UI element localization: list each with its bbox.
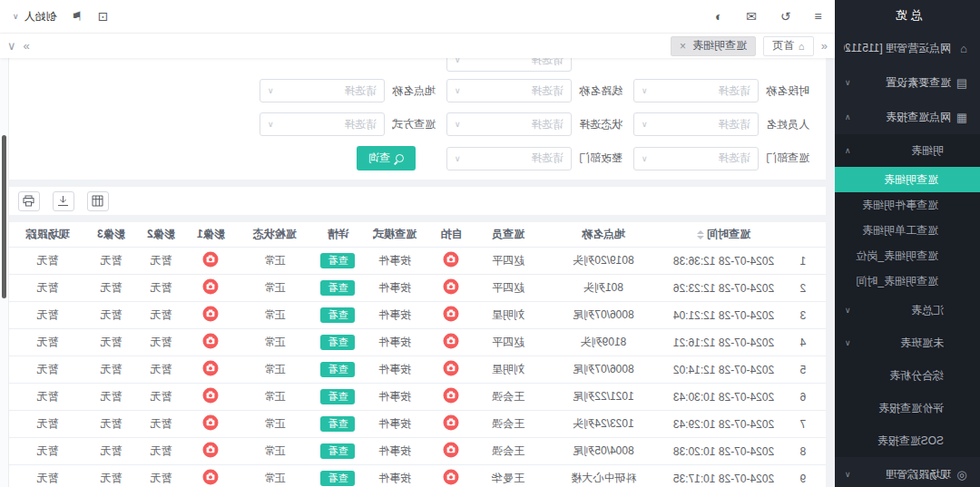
view-button[interactable]: 查看	[321, 280, 356, 297]
cell-img2: 暂无	[136, 329, 186, 356]
camera-icon[interactable]	[203, 306, 220, 322]
cell-time: 2024-07-28 12:14:02	[667, 356, 780, 384]
camera-icon[interactable]	[444, 360, 460, 376]
sidebar-item[interactable]: 现场跟踪管理	[835, 457, 980, 487]
cell-place: 8109列头	[540, 329, 667, 356]
sidebar-item[interactable]: 巡查工单明细表	[835, 218, 980, 243]
cell-person: 刘明星	[476, 302, 540, 329]
camera-icon[interactable]	[444, 469, 460, 485]
sidebar-item[interactable]: 巡查事件明细表	[835, 192, 980, 218]
cell-detail: 查看	[313, 275, 363, 302]
camera-icon[interactable]	[203, 387, 220, 404]
view-button[interactable]: 查看	[321, 362, 356, 378]
view-button[interactable]: 查看	[321, 416, 356, 433]
view-button[interactable]: 查看	[321, 443, 356, 460]
sidebar-item[interactable]: 汇总表	[835, 294, 980, 326]
camera-icon[interactable]	[203, 278, 220, 295]
camera-icon[interactable]	[444, 306, 460, 322]
camera-icon[interactable]	[444, 387, 460, 404]
search-button[interactable]: 查询	[357, 146, 416, 170]
tab-patrol-detail[interactable]: 巡查明细表 ×	[671, 36, 756, 56]
tab-home[interactable]: 首页	[763, 36, 814, 56]
filter-select[interactable]: 请选择	[446, 147, 572, 170]
columns-icon[interactable]	[87, 191, 109, 211]
sidebar-item[interactable]: 巡查明细表_岗位	[835, 243, 980, 268]
menu-fold-icon[interactable]	[815, 9, 822, 24]
tabs-more-caret[interactable]: ∨	[7, 39, 16, 53]
filter-select[interactable]: 请选择	[260, 112, 385, 136]
camera-icon[interactable]	[444, 414, 460, 431]
sidebar-item[interactable]: 网点运营管理 [1151120]	[835, 31, 980, 65]
home-icon	[951, 42, 967, 55]
filter-select[interactable]: 请选择	[260, 79, 385, 102]
refresh-icon[interactable]	[780, 9, 791, 24]
chevron-down-icon	[455, 58, 461, 64]
cell-track: 暂无	[9, 275, 86, 302]
cell-selfie	[426, 329, 476, 356]
cell-track: 暂无	[9, 411, 86, 438]
view-button[interactable]: 查看	[321, 389, 356, 405]
filter-actions: 查询	[252, 146, 439, 170]
theme-icon[interactable]	[715, 9, 722, 24]
filter-select[interactable]: 请选择	[633, 112, 759, 136]
fullscreen-icon[interactable]	[97, 9, 108, 24]
sidebar-item[interactable]: 网点巡查报表	[835, 100, 980, 134]
camera-icon[interactable]	[203, 414, 220, 431]
scrollbar-track[interactable]	[0, 57, 9, 487]
cell-selfie	[426, 438, 476, 465]
view-button[interactable]: 查看	[321, 307, 356, 324]
filter-select[interactable]: 请选择	[633, 147, 759, 170]
message-icon[interactable]	[746, 9, 757, 24]
cell-detail: 查看	[313, 384, 363, 411]
filter-select[interactable]: 请选择	[446, 79, 572, 102]
camera-icon[interactable]	[444, 333, 460, 349]
camera-icon[interactable]	[203, 333, 220, 349]
cell-time: 2024-07-28 12:36:38	[667, 248, 780, 275]
sidebar-item[interactable]: 未巡班表	[835, 326, 980, 359]
filter-select[interactable]: 请选择	[446, 112, 572, 136]
view-button[interactable]: 查看	[321, 253, 356, 269]
col-time[interactable]: 巡查时间	[667, 222, 780, 248]
sort-caret-icon[interactable]	[697, 230, 704, 239]
print-icon[interactable]	[18, 191, 40, 211]
camera-icon[interactable]	[203, 360, 220, 376]
content: 请选择 时段名称 请选择	[0, 58, 835, 487]
cell-time: 2024-07-28 12:23:26	[667, 275, 780, 302]
sidebar-item[interactable]: 评价巡查报表	[835, 392, 980, 424]
cell-index: 9	[780, 465, 826, 487]
cell-track: 暂无	[9, 465, 86, 487]
cell-mode: 按事件	[363, 411, 426, 438]
col-detail: 详情	[313, 222, 363, 248]
sidebar-item[interactable]: 巡查明细表	[835, 167, 980, 192]
home-icon	[799, 41, 805, 52]
camera-icon[interactable]	[444, 278, 460, 295]
sidebar-item[interactable]: 明细表	[835, 134, 980, 167]
export-icon[interactable]	[53, 191, 74, 211]
view-button[interactable]: 查看	[321, 335, 356, 351]
sidebar-item[interactable]: 综合分析表	[835, 359, 980, 392]
sidebar-item[interactable]: 巡查明细表_时间	[835, 268, 980, 294]
camera-icon[interactable]	[444, 442, 460, 458]
tabs-scroll-left[interactable]: «	[821, 39, 828, 53]
tag-icon[interactable]	[72, 9, 83, 24]
close-icon[interactable]: ×	[680, 40, 686, 53]
filter-select[interactable]: 请选择	[633, 79, 759, 102]
camera-icon[interactable]	[203, 442, 220, 458]
cell-person: 赵四平	[476, 275, 540, 302]
sidebar-item[interactable]: 巡查要素设置	[835, 65, 980, 100]
scrollbar-thumb[interactable]	[2, 135, 6, 298]
cell-mode: 按事件	[363, 356, 426, 384]
sidebar-item[interactable]: SOS巡查报表	[835, 424, 980, 457]
user-menu[interactable]: 创始人 ∨	[13, 9, 57, 24]
view-button[interactable]: 查看	[321, 471, 356, 487]
filter-select[interactable]: 请选择	[446, 58, 572, 72]
cell-track: 暂无	[9, 356, 86, 384]
camera-icon[interactable]	[444, 251, 460, 268]
cell-mode: 按事件	[363, 329, 426, 356]
camera-icon[interactable]	[203, 469, 220, 485]
monitor-icon	[951, 468, 967, 482]
cell-img1	[186, 248, 236, 275]
cell-detail: 查看	[313, 302, 363, 329]
tabs-scroll-right[interactable]: »	[24, 39, 30, 53]
camera-icon[interactable]	[203, 251, 220, 268]
